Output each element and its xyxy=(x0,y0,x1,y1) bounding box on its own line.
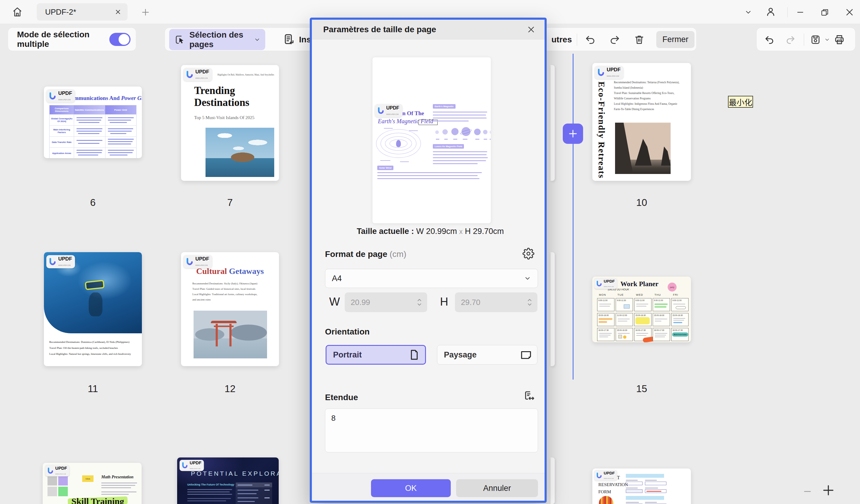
skill-title: Skill Training xyxy=(71,496,124,504)
save-chevron-icon[interactable] xyxy=(824,37,830,43)
close-page-tools-label: Fermer xyxy=(662,35,689,44)
restore-icon[interactable] xyxy=(820,8,829,17)
redo-icon[interactable] xyxy=(609,34,620,45)
print-icon[interactable] xyxy=(834,34,845,45)
page-selection-chevron-icon xyxy=(254,36,260,43)
current-size-label: Taille actuelle : xyxy=(357,227,414,236)
page15-party-badge: party xyxy=(668,283,677,292)
ok-button[interactable]: OK xyxy=(371,479,451,497)
page-thumbnail-12[interactable]: Cultural Getaways Recommended Destinatio… xyxy=(181,252,279,366)
minimize-icon[interactable] xyxy=(796,8,805,17)
landscape-page-icon xyxy=(520,349,532,361)
gear-icon[interactable] xyxy=(522,248,534,260)
zoom-in-icon[interactable] xyxy=(821,484,835,497)
account-icon[interactable] xyxy=(765,6,776,17)
page-range-input[interactable]: 8 xyxy=(325,409,538,453)
updf-logo-icon xyxy=(182,462,188,469)
multi-select-label: Mode de sélection multiple xyxy=(17,30,109,49)
delete-page-icon[interactable] xyxy=(634,34,645,45)
page-number-6: 6 xyxy=(44,197,142,208)
height-input: 29.70 xyxy=(455,293,538,312)
orientation-portrait-button[interactable]: Portrait xyxy=(326,345,426,365)
potential-table xyxy=(236,483,272,504)
page6-col-header: Comparison Dimensions xyxy=(49,105,74,114)
preview-badge-solar-wind: Solar Wind xyxy=(377,166,393,170)
agent-section-bar xyxy=(626,474,664,478)
cancel-button[interactable]: Annuler xyxy=(456,479,538,497)
page12-text: Recommended Destinations: Sicily (Italy)… xyxy=(192,281,273,302)
page15-title: Work Planer xyxy=(620,280,658,288)
cancel-label: Annuler xyxy=(483,484,511,493)
toolbar-divider xyxy=(577,34,577,46)
page-thumbnail-agent-form[interactable]: AGENT RESERVATION FORM UPDFWWW.UPDF.COM xyxy=(592,469,691,504)
current-size-height: H 29.70cm xyxy=(465,227,504,236)
page15-grid-row1: 9:00-11:00 9:00-11:30 9:00-11:00 9:00-11… xyxy=(597,298,689,311)
hidden-thumbnail-sliver xyxy=(550,65,555,181)
page-thumbnail-7[interactable]: Highlights On Bali, Maldives, Santorini,… xyxy=(181,65,279,181)
tab-title: UPDF-2* xyxy=(45,8,114,17)
dialog-close-icon[interactable] xyxy=(527,25,535,34)
close-page-tools-button[interactable]: Fermer xyxy=(656,31,694,48)
titlebar-chevron-down-icon[interactable] xyxy=(744,9,752,16)
dialog-title: Paramètres de taille de page xyxy=(323,25,527,34)
landscape-label: Paysage xyxy=(444,350,477,359)
page-range-icon[interactable] xyxy=(522,390,535,402)
page-thumbnail-11[interactable]: Recommended Destinations: Dominica (Cari… xyxy=(44,252,142,366)
agent-title-line3: FORM xyxy=(598,489,611,494)
page-thumbnail-15[interactable]: Work Planer (0ICO) UU HOUK · party MON T… xyxy=(592,277,691,342)
home-icon[interactable] xyxy=(12,6,23,17)
page-thumbnail-skill-training[interactable]: Idea Math Presentation Skill Training UP… xyxy=(43,463,142,504)
orientation-landscape-button[interactable]: Paysage xyxy=(437,345,538,365)
agent-section-bar xyxy=(626,496,664,500)
insert-pages-icon[interactable] xyxy=(283,33,296,46)
page10-title: Eco-Friendly Retreats xyxy=(597,81,607,180)
page6-col-header: Satellite Communications xyxy=(74,105,105,114)
current-size-line: Taille actuelle : W 20.99cm x H 29.70cm xyxy=(312,227,549,236)
page6-col-header: Power Grid xyxy=(105,105,136,114)
page6-table: Comparison Dimensions Satellite Communic… xyxy=(49,105,137,158)
current-size-width: W 20.99cm xyxy=(416,227,457,236)
updf-logo-icon xyxy=(49,258,56,266)
updf-watermark: UPDFWWW.UPDF.COM xyxy=(594,470,617,481)
new-tab-icon[interactable] xyxy=(141,8,150,17)
document-tab[interactable]: UPDF-2* xyxy=(37,3,128,20)
page-thumbnail-6[interactable]: mmunications And Power Grids Comparison … xyxy=(44,87,142,158)
close-icon[interactable] xyxy=(845,8,854,17)
page15-grid-row3: 16:00-17:30 15:00-16:30 16:00-17:30 16:0… xyxy=(597,328,689,341)
page15-grid-row2: 15:00-16:00 11:00-12:00 15:00-16:30 15:0… xyxy=(597,313,689,326)
page-number-7: 7 xyxy=(181,197,279,208)
height-stepper xyxy=(526,297,533,307)
undo-icon[interactable] xyxy=(585,34,596,45)
potential-subtitle: Unlocking The Future Of Technology xyxy=(187,483,234,486)
page6-row-label: Main Interfering Factors xyxy=(49,125,74,136)
updf-logo-icon xyxy=(47,468,54,474)
portrait-label: Portrait xyxy=(333,350,362,359)
page-thumbnail-potential-exploration[interactable]: POTENTIAL EXPLORATION Unlocking The Futu… xyxy=(177,457,279,504)
tab-close-icon[interactable] xyxy=(114,9,121,16)
minimize-tooltip: 最小化 xyxy=(728,96,753,108)
file-undo-icon[interactable] xyxy=(764,34,775,45)
multi-select-toggle[interactable] xyxy=(109,33,131,46)
page-format-select[interactable]: A4 xyxy=(325,269,538,288)
updf-logo-icon xyxy=(597,69,605,76)
updf-logo-icon xyxy=(186,258,194,266)
agent-title-line2: RESERVATION xyxy=(598,482,628,487)
page-size-settings-dialog: Paramètres de taille de page Formation O… xyxy=(310,18,547,503)
page-selection-button[interactable]: Sélection des pages xyxy=(169,29,265,50)
updf-watermark: UPDFWWW.UPDF.COM xyxy=(183,255,212,268)
insert-page-button[interactable] xyxy=(563,123,583,144)
format-select-chevron-icon xyxy=(524,275,531,282)
save-icon[interactable] xyxy=(810,34,821,45)
page7-note: Highlights On Bali, Maldives, Santorini,… xyxy=(217,73,276,76)
file-redo-icon[interactable] xyxy=(785,34,796,45)
updf-watermark: UPDFWWW.UPDF.COM xyxy=(180,460,204,471)
page6-row-label: Global Coverage(As Of 2024) xyxy=(49,115,74,125)
updf-watermark: UPDFWWW.UPDF.COM xyxy=(46,255,75,268)
page-thumbnail-10[interactable]: Eco-Friendly Retreats Recommended Destin… xyxy=(592,63,691,181)
potential-title: POTENTIAL EXPLORATION xyxy=(191,470,279,477)
range-label: Etendue xyxy=(325,393,358,402)
others-label[interactable]: utres xyxy=(551,35,572,44)
format-section-label: Format de page (cm) xyxy=(325,250,406,259)
zoom-out-icon[interactable] xyxy=(802,486,813,496)
width-input: 20.99 xyxy=(345,293,427,312)
